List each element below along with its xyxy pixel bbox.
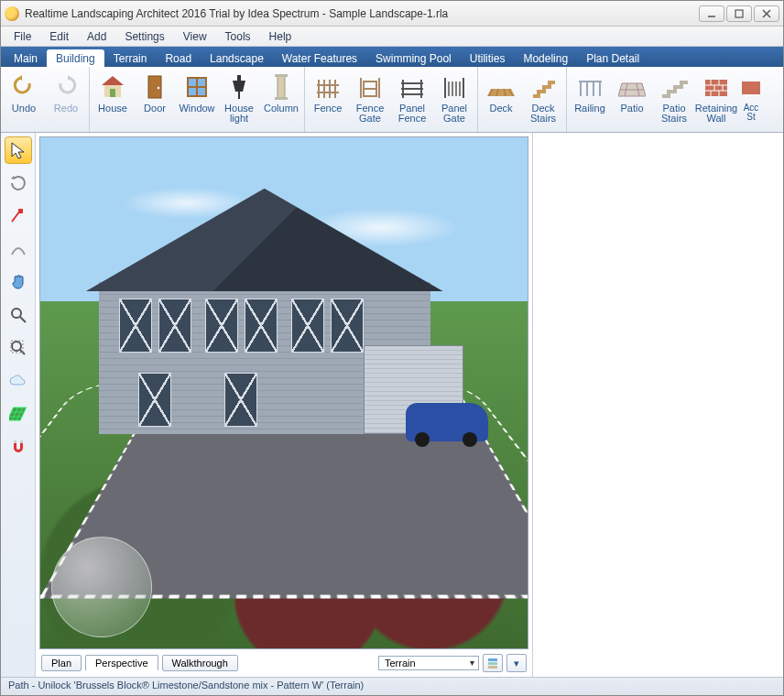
move-point-tool[interactable] [5,202,32,230]
house-window [158,299,191,353]
accent-strip-button[interactable]: AccSt [737,69,765,132]
zoom-region-tool[interactable] [5,334,32,362]
panel-gate-label: Panel Gate [433,103,475,125]
layer-filter-button[interactable] [483,654,503,672]
filter-icon [486,657,499,669]
tab-terrain[interactable]: Terrain [104,49,157,67]
railing-icon [576,74,604,100]
redo-button[interactable]: Redo [45,69,87,132]
deck-button[interactable]: Deck [480,69,522,132]
svg-rect-77 [488,662,497,665]
freeform-tool[interactable] [5,367,32,395]
window-title: Realtime Landscaping Architect 2016 Tria… [25,7,693,20]
column-button[interactable]: Column [260,69,302,132]
house-window [245,299,278,353]
deck-stairs-button[interactable]: Deck Stairs [522,69,564,132]
svg-rect-74 [14,440,16,443]
door-icon [143,73,167,101]
pan-tool[interactable] [5,268,32,296]
retaining-wall-label: Retaining Wall [695,103,737,125]
magnet-icon [9,438,27,456]
window-controls [699,5,779,22]
minimize-button[interactable] [699,5,724,22]
tab-water-features[interactable]: Water Features [273,49,366,67]
left-toolbar [1,133,36,677]
ribbon-toolbar: Undo Redo House Door Window House light … [1,67,783,133]
house-window [291,299,324,353]
nav-sphere[interactable] [51,537,152,637]
patio-stairs-label: Patio Stairs [653,103,695,125]
retaining-wall-button[interactable]: Retaining Wall [695,69,737,132]
tab-landscape[interactable]: Landscape [201,49,273,67]
layer-select[interactable]: Terrain [378,656,479,670]
tab-plan-detail[interactable]: Plan Detail [577,49,648,67]
tab-utilities[interactable]: Utilities [461,49,515,67]
house-window [205,299,238,353]
svg-rect-15 [278,76,285,98]
menu-help[interactable]: Help [260,27,301,46]
house-button[interactable]: House [92,69,134,132]
fence-label: Fence [314,103,343,125]
snap-toggle[interactable] [5,433,32,461]
fence-gate-button[interactable]: Fence Gate [349,69,391,132]
close-button[interactable] [754,5,779,22]
zoom-tool[interactable] [5,301,32,329]
house-light-button[interactable]: House light [218,69,260,132]
svg-rect-53 [705,80,727,96]
curve-tool[interactable] [5,235,32,263]
patio-button[interactable]: Patio [611,69,653,132]
deck-icon [487,74,515,100]
tool-group-deck: Deck Deck Stairs [478,67,567,132]
tab-building[interactable]: Building [47,49,104,67]
panel-gate-button[interactable]: Panel Gate [433,69,475,132]
menu-edit[interactable]: Edit [40,27,78,46]
accent-icon [740,74,762,100]
view-walkthrough[interactable]: Walkthrough [162,655,238,671]
patio-stairs-button[interactable]: Patio Stairs [653,69,695,132]
svg-rect-63 [18,209,23,213]
view-perspective[interactable]: Perspective [85,655,158,671]
svg-rect-12 [237,75,241,81]
tab-modeling[interactable]: Modeling [514,49,577,67]
svg-rect-16 [275,74,288,77]
fence-gate-label: Fence Gate [349,103,391,125]
menu-settings[interactable]: Settings [115,27,173,46]
fence-button[interactable]: Fence [307,69,349,132]
menu-file[interactable]: File [5,27,40,46]
orbit-tool[interactable] [5,169,32,197]
svg-rect-6 [110,89,115,97]
house-window [119,299,152,353]
svg-rect-17 [275,97,288,100]
svg-point-8 [158,87,160,90]
chevron-down-icon: ▾ [514,658,519,669]
column-icon [271,73,291,101]
tab-road[interactable]: Road [156,49,201,67]
railing-button[interactable]: Railing [569,69,611,132]
window-button[interactable]: Window [176,69,218,132]
viewport-3d[interactable] [39,136,528,649]
grid-toggle[interactable] [5,400,32,428]
menu-tools[interactable]: Tools [216,27,260,46]
maximize-button[interactable] [726,5,752,22]
svg-rect-1 [735,10,743,17]
menu-add[interactable]: Add [78,27,115,46]
tab-swimming-pool[interactable]: Swimming Pool [366,49,461,67]
select-tool[interactable] [5,136,32,164]
svg-marker-13 [233,81,245,92]
content-area: Plan Perspective Walkthrough Terrain ▾ [1,133,783,677]
titlebar: Realtime Landscaping Architect 2016 Tria… [1,1,783,27]
magnifier-icon [9,306,27,324]
deck-stairs-label: Deck Stairs [522,103,564,125]
panel-fence-button[interactable]: Panel Fence [391,69,433,132]
tab-main[interactable]: Main [5,49,47,67]
accent-strip-label: AccSt [744,103,759,125]
view-plan[interactable]: Plan [41,655,82,671]
layer-dropdown-button[interactable]: ▾ [506,654,527,672]
svg-point-64 [12,309,21,318]
curve-icon [9,240,27,258]
undo-button[interactable]: Undo [3,69,45,132]
menu-view[interactable]: View [174,27,216,46]
redo-label: Redo [54,103,78,125]
properties-panel [532,133,783,677]
door-button[interactable]: Door [134,69,176,132]
